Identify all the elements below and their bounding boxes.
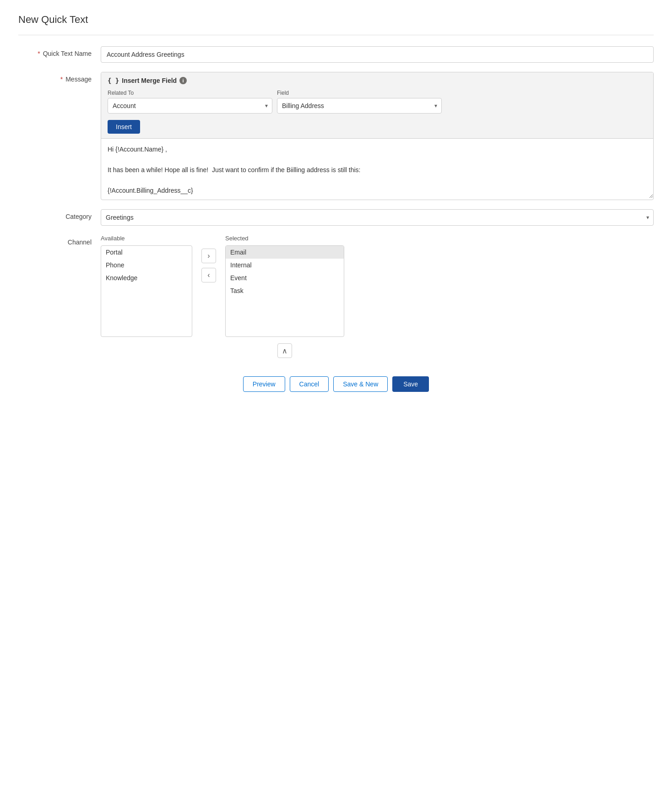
available-list-section: Available Portal Phone Knowledge (101, 235, 192, 337)
info-icon[interactable]: i (179, 77, 187, 84)
category-label: Category (18, 209, 92, 220)
selected-item-internal[interactable]: Internal (226, 259, 344, 271)
quick-text-name-wrap (101, 46, 654, 63)
selected-item-event[interactable]: Event (226, 271, 344, 284)
channel-label: Channel (18, 235, 92, 246)
category-wrap: Greetings Follow Up Support Sales (101, 209, 654, 226)
related-to-label: Related To (108, 90, 272, 96)
available-item-phone[interactable]: Phone (101, 259, 192, 271)
merge-field-bar: { } Insert Merge Field i Related To Acco… (101, 72, 653, 139)
available-item-portal[interactable]: Portal (101, 246, 192, 259)
field-select-wrap: Billing Address Name Phone Email Industr… (277, 98, 442, 114)
save-new-button[interactable]: Save & New (333, 376, 388, 392)
selected-list-box: Email Internal Event Task (225, 245, 344, 337)
merge-field-title: { } Insert Merge Field i (108, 77, 647, 84)
field-select[interactable]: Billing Address Name Phone Email Industr… (277, 98, 442, 114)
message-area: { } Insert Merge Field i Related To Acco… (101, 72, 654, 200)
selected-item-email[interactable]: Email (226, 246, 344, 259)
message-textarea[interactable]: Hi {!Account.Name} , It has been a while… (101, 139, 653, 198)
cancel-button[interactable]: Cancel (290, 376, 329, 392)
transfer-buttons: › ‹ (192, 235, 225, 282)
divider (18, 35, 654, 35)
footer-buttons: Preview Cancel Save & New Save (18, 376, 654, 392)
available-list-box: Portal Phone Knowledge (101, 245, 192, 337)
move-up-button[interactable]: ∧ (277, 343, 292, 358)
message-required: * (60, 76, 63, 83)
quick-text-name-row: * Quick Text Name (18, 46, 654, 63)
save-button[interactable]: Save (392, 376, 429, 392)
quick-text-name-label: * Quick Text Name (18, 46, 92, 57)
move-left-button[interactable]: ‹ (201, 268, 216, 282)
message-row: * Message { } Insert Merge Field i Relat… (18, 72, 654, 200)
page-title: New Quick Text (18, 14, 654, 26)
form-section: * Quick Text Name * Message { } Insert M… (18, 46, 654, 358)
merge-fields-inline: Related To Account Contact Lead Case Opp… (108, 90, 647, 114)
field-group: Field Billing Address Name Phone Email I… (277, 90, 442, 114)
channel-wrap: Available Portal Phone Knowledge › ‹ (101, 235, 654, 358)
channel-row: Channel Available Portal Phone Knowledge (18, 235, 654, 358)
related-to-group: Related To Account Contact Lead Case Opp… (108, 90, 272, 114)
move-right-button[interactable]: › (201, 249, 216, 263)
field-label: Field (277, 90, 442, 96)
category-row: Category Greetings Follow Up Support Sal… (18, 209, 654, 226)
selected-item-task[interactable]: Task (226, 284, 344, 297)
related-to-select-wrap: Account Contact Lead Case Opportunity (108, 98, 272, 114)
insert-button[interactable]: Insert (108, 120, 140, 134)
selected-label: Selected (225, 235, 344, 242)
related-to-select[interactable]: Account Contact Lead Case Opportunity (108, 98, 272, 114)
available-label: Available (101, 235, 192, 242)
available-item-knowledge[interactable]: Knowledge (101, 271, 192, 284)
preview-button[interactable]: Preview (243, 376, 285, 392)
required-indicator: * (38, 50, 40, 57)
quick-text-name-input[interactable] (101, 46, 654, 63)
up-btn-wrap: ∧ (225, 343, 344, 358)
merge-icon: { } (108, 77, 119, 84)
selected-list-section: Selected Email Internal Event Task ∧ (225, 235, 344, 358)
category-select-wrap: Greetings Follow Up Support Sales (101, 209, 654, 226)
category-select[interactable]: Greetings Follow Up Support Sales (101, 209, 654, 226)
message-wrap: { } Insert Merge Field i Related To Acco… (101, 72, 654, 200)
message-label: * Message (18, 72, 92, 83)
